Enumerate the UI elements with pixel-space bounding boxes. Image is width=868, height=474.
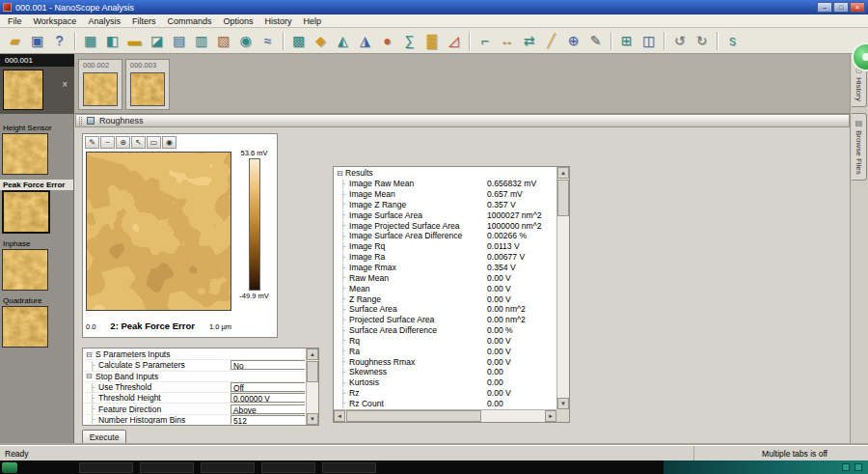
active-document-tab[interactable]: 000.001 × [0, 54, 74, 114]
script-icon[interactable]: s [721, 30, 744, 52]
result-row[interactable]: ├Image Raw Mean0.656832 mV [335, 179, 556, 189]
profile-tool-icon[interactable]: ~ [100, 136, 115, 149]
collapse-icon[interactable]: ⊟ [86, 372, 95, 380]
result-row[interactable]: ├Surface Area0.00 nm^2 [335, 304, 556, 315]
section-icon[interactable]: ◿ [443, 30, 465, 52]
scroll-left-icon[interactable]: ◄ [334, 410, 345, 422]
region-tool-icon[interactable]: ▭ [147, 136, 161, 149]
collapse-icon[interactable]: ⊟ [337, 169, 345, 178]
inputs-vertical-scrollbar[interactable]: ▲ ▼ [306, 349, 318, 425]
results-vertical-scrollbar[interactable]: ▲ ▼ [556, 167, 569, 409]
taskbar-window-button[interactable] [261, 462, 315, 473]
zoom-in-tool-icon[interactable]: ⊕ [116, 136, 130, 149]
channel-quadrature[interactable]: Quadrature [0, 295, 73, 348]
input-value-box[interactable]: Off [231, 382, 305, 392]
results-horizontal-scrollbar[interactable]: ◄ ► [334, 409, 556, 422]
result-row[interactable]: ├Z Range0.00 V [335, 293, 556, 304]
channel-peak-force-error[interactable]: Peak Force Error [0, 180, 73, 234]
result-row[interactable]: ├Roughness Rmax0.00 V [335, 356, 556, 367]
redo-icon[interactable]: ↻ [691, 30, 713, 52]
result-row[interactable]: ├Image Mean0.657 mV [335, 189, 556, 200]
menu-item-commands[interactable]: Commands [161, 15, 217, 27]
result-row[interactable]: ├Mean0.00 V [335, 283, 556, 293]
lowpass-icon[interactable]: ▤ [168, 30, 190, 52]
menu-item-analysis[interactable]: Analysis [82, 15, 126, 27]
scroll-down-icon[interactable]: ▼ [557, 398, 569, 409]
input-row[interactable]: ├Number Histogram Bins512 [84, 415, 305, 424]
close-button[interactable]: × [850, 2, 865, 13]
afm-image[interactable] [86, 152, 231, 311]
execute-button[interactable]: Execute [82, 430, 126, 445]
select-tool-icon[interactable]: ↖ [131, 136, 146, 149]
menu-item-workspace[interactable]: Workspace [28, 15, 83, 27]
result-row[interactable]: ├Image Surface Area Difference0.00266 % [335, 231, 556, 241]
scroll-up-icon[interactable]: ▲ [557, 167, 569, 179]
psd-icon[interactable]: ∑ [398, 30, 420, 52]
close-document-icon[interactable]: × [62, 80, 68, 90]
crop-split-icon[interactable]: ◧ [101, 30, 123, 52]
result-row[interactable]: ├Image Z Range0.357 V [335, 200, 556, 210]
maximize-button[interactable]: □ [833, 2, 849, 13]
input-value-box[interactable]: 512 [231, 415, 305, 424]
plane-fit-icon[interactable]: ◪ [146, 30, 168, 52]
undo-icon[interactable]: ↺ [668, 30, 691, 52]
open-file-icon[interactable]: ▰ [4, 30, 26, 52]
clean-image-icon[interactable]: ▩ [287, 30, 310, 52]
multi-channel-icon[interactable]: ▦ [79, 30, 101, 52]
taskbar-window-button[interactable] [322, 462, 376, 473]
scroll-right-icon[interactable]: ► [545, 410, 556, 422]
layout-icon[interactable]: ◫ [637, 30, 660, 52]
scroll-up-icon[interactable]: ▲ [307, 349, 318, 360]
input-row[interactable]: ├Calculate S ParametersNo [84, 360, 305, 371]
input-row[interactable]: ├Threshold Height0.00000 V [84, 393, 305, 404]
result-row[interactable]: ├Image Rq0.0113 V [335, 241, 556, 252]
zoom-icon[interactable]: ⊕ [562, 30, 584, 52]
result-row[interactable]: ├Projected Surface Area0.00 nm^2 [335, 315, 556, 325]
erase-icon[interactable]: ▧ [212, 30, 234, 52]
menu-item-file[interactable]: File [2, 15, 28, 27]
result-row[interactable]: ├Image Rmax0.354 V [335, 263, 556, 273]
collapse-icon[interactable]: ⊟ [86, 350, 95, 359]
result-row[interactable]: ├Image Projected Surface Area1000000 nm^… [335, 220, 556, 231]
menu-item-history[interactable]: History [258, 15, 297, 27]
3d-image-icon[interactable]: ◆ [310, 30, 332, 52]
spectrum-icon[interactable]: ≈ [257, 30, 279, 52]
document-tab-000.003[interactable]: 000.003 [125, 59, 170, 110]
minimize-button[interactable]: – [817, 2, 832, 13]
tray-icon[interactable] [842, 463, 850, 471]
title-bar[interactable]: 000.001 - NanoScope Analysis – □ × [0, 0, 868, 14]
width-icon[interactable]: ↔ [496, 30, 518, 52]
result-row[interactable]: ├Image Surface Area1000027 nm^2 [335, 209, 556, 220]
result-row[interactable]: ├Rz0.00 V [335, 388, 556, 399]
scrollbar-thumb[interactable] [557, 180, 569, 216]
gaussian-icon[interactable]: ◉ [234, 30, 257, 52]
input-group-header[interactable]: ⊟Stop Band Inputs [84, 372, 305, 382]
document-tab-000.002[interactable]: 000.002 [78, 59, 122, 110]
result-row[interactable]: ├Image Ra0.00677 V [335, 252, 556, 263]
draw-tool-icon[interactable]: ✎ [85, 136, 99, 149]
depth-icon[interactable]: ◮ [354, 30, 376, 52]
scrollbar-thumb[interactable] [307, 361, 318, 382]
channel-height-sensor[interactable]: Height Sensor [0, 123, 73, 175]
input-value-box[interactable]: 0.00000 V [231, 393, 305, 403]
results-header-row[interactable]: ⊟Results [335, 168, 556, 179]
menu-item-help[interactable]: Help [297, 15, 327, 27]
flatten-icon[interactable]: ▬ [123, 30, 146, 52]
particle-icon[interactable]: ● [376, 30, 398, 52]
tray-icon[interactable] [854, 463, 862, 471]
result-row[interactable]: ├Skewness0.00 [335, 367, 556, 377]
measure-icon[interactable]: ╱ [540, 30, 562, 52]
result-row[interactable]: ├Rz Count0.00 [335, 399, 556, 408]
taskbar-window-button[interactable] [79, 462, 133, 473]
result-row[interactable]: ├Ra0.00 V [335, 346, 556, 356]
taskbar-window-button[interactable] [201, 462, 255, 473]
threshold-tool-icon[interactable]: ◉ [162, 136, 176, 149]
input-row[interactable]: ├Feature DirectionAbove [84, 404, 305, 414]
scroll-down-icon[interactable]: ▼ [307, 413, 318, 425]
channel-inphase[interactable]: Inphase [0, 238, 73, 291]
scrollbar-thumb[interactable] [346, 410, 481, 422]
taskbar-window-button[interactable] [140, 462, 194, 473]
result-row[interactable]: ├Rq0.00 V [335, 336, 556, 347]
step-icon[interactable]: ⌐ [474, 30, 496, 52]
start-button[interactable] [2, 462, 17, 473]
